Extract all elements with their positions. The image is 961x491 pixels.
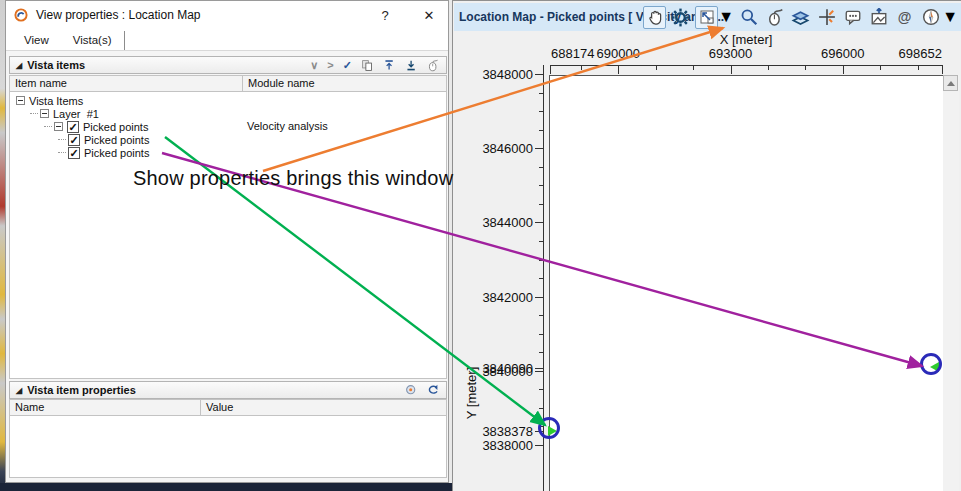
column-module-name[interactable]: Module name (243, 75, 447, 92)
y-major-tick (535, 445, 543, 446)
y-major-tick (535, 222, 543, 223)
dropdown-caret-icon[interactable]: ▼ (718, 8, 734, 26)
zoom-icon[interactable] (737, 6, 760, 29)
tree-checkbox[interactable]: ✓ (68, 134, 80, 146)
dialog-tab-bar: View Vista(s) (6, 29, 448, 51)
vista-items-tree: Vista ItemsLayer #1✓Picked pointsVelocit… (9, 92, 447, 379)
y-minor-tick (539, 315, 543, 316)
tree-item-label[interactable]: Picked points (83, 121, 148, 133)
y-tick-label: 3842000 (459, 290, 533, 305)
y-major-tick (535, 148, 543, 149)
y-special-tick-label: 3838378 (459, 424, 533, 439)
copy-icon[interactable] (361, 59, 374, 72)
tree-expander-icon[interactable] (40, 109, 49, 118)
chevron-down-icon[interactable]: ∨ (310, 60, 318, 71)
tree-row[interactable]: ✓Picked points (10, 133, 446, 146)
highlight-circle (538, 417, 560, 439)
undo-icon[interactable] (427, 384, 440, 397)
dialog-titlebar: View properties : Location Map ? ✕ (6, 1, 448, 29)
y-tick-label: 3844000 (459, 215, 533, 230)
column-name[interactable]: Name (9, 399, 201, 416)
location-map-window: Location Map - Picked points [ Velocity … (452, 0, 961, 491)
x-minor-tick (693, 65, 694, 70)
app-logo-icon (14, 8, 28, 22)
scroll-up-button[interactable] (943, 75, 958, 91)
annotation-note: Show properties brings this window (133, 167, 453, 190)
tree-row[interactable]: ✓Picked pointsVelocity analysis (10, 120, 446, 133)
tree-checkbox[interactable]: ✓ (67, 121, 79, 133)
x-minor-tick (581, 65, 582, 70)
move-to-bottom-icon[interactable] (405, 59, 418, 72)
y-minor-tick (539, 185, 543, 186)
y-tick-label: 3846000 (459, 141, 533, 156)
y-minor-tick (539, 241, 543, 242)
tab-view[interactable]: View (12, 31, 61, 50)
close-button[interactable]: ✕ (420, 8, 438, 23)
dialog-title: View properties : Location Map (36, 8, 201, 22)
layers-icon[interactable] (789, 6, 812, 29)
tree-checkbox[interactable]: ✓ (68, 147, 80, 159)
x-special-tick-label: 688174 (551, 46, 594, 61)
y-minor-tick (539, 111, 543, 112)
tree-item-label[interactable]: Picked points (84, 134, 149, 146)
check-icon[interactable]: ✓ (343, 60, 352, 71)
tree-item-label[interactable]: Vista Items (29, 95, 83, 107)
tree-row[interactable]: ✓Picked points (10, 146, 446, 159)
x-minor-tick (918, 65, 919, 70)
y-minor-tick (539, 204, 543, 205)
plot-area[interactable] (549, 75, 943, 491)
x-major-tick (843, 65, 844, 74)
comment-icon[interactable] (841, 6, 864, 29)
x-axis-title: X [meter] (720, 32, 773, 47)
vista-items-header[interactable]: ◢ Vista items ∨>✓ (9, 56, 447, 74)
y-minor-tick (539, 167, 543, 168)
x-minor-tick (880, 65, 881, 70)
y-minor-tick (539, 352, 543, 353)
export-image-icon[interactable] (867, 6, 890, 29)
tree-connector (58, 152, 66, 153)
help-button[interactable]: ? (376, 8, 394, 23)
column-value[interactable]: Value (201, 399, 447, 416)
x-special-tick (550, 65, 551, 74)
view-properties-dialog: View properties : Location Map ? ✕ View … (5, 0, 449, 483)
mouse-pick-icon[interactable] (763, 6, 786, 29)
target-icon[interactable] (405, 384, 418, 397)
y-minor-tick (539, 389, 543, 390)
pan-hand-icon[interactable] (643, 6, 666, 29)
settings-gear-icon[interactable] (669, 6, 692, 29)
vertical-scrollbar[interactable] (943, 75, 959, 491)
x-minor-tick (768, 65, 769, 70)
y-major-tick (535, 74, 543, 75)
y-major-tick (535, 371, 543, 372)
move-to-top-icon[interactable] (383, 59, 396, 72)
vista-item-properties-header[interactable]: ◢ Vista item properties (9, 381, 447, 399)
x-minor-tick (656, 65, 657, 70)
x-axis-line (550, 65, 942, 66)
vista-items-columns: Item name Module name (9, 75, 447, 92)
tree-item-label[interactable]: Picked points (84, 147, 149, 159)
chevron-right-icon[interactable]: > (327, 60, 333, 71)
tree-connector (44, 126, 52, 127)
tree-row[interactable]: Layer #1 (10, 107, 446, 120)
tab-vistas[interactable]: Vista(s) (61, 31, 125, 50)
background-window-strip (0, 483, 456, 491)
y-special-tick-label: 3840090 (459, 361, 533, 376)
y-minor-tick (539, 408, 543, 409)
y-minor-tick (539, 260, 543, 261)
x-tick-label: 690000 (597, 46, 640, 61)
vista-item-properties-title: Vista item properties (27, 384, 136, 396)
compass-icon[interactable] (919, 6, 942, 29)
at-sign-icon[interactable]: @ (893, 6, 916, 29)
tree-row[interactable]: Vista Items (10, 94, 446, 107)
up-arrow-icon (947, 81, 955, 86)
crosshair-icon[interactable] (815, 6, 838, 29)
map-toolbar: ▼@▼ (643, 4, 958, 30)
mouse-icon[interactable] (427, 59, 440, 72)
tree-item-label[interactable]: Layer #1 (53, 108, 99, 120)
y-tick-label: 3838000 (459, 438, 533, 453)
column-item-name[interactable]: Item name (9, 75, 243, 92)
dropdown-caret-icon[interactable]: ▼ (942, 8, 958, 26)
fit-view-icon[interactable] (695, 6, 718, 29)
tree-expander-icon[interactable] (54, 122, 63, 131)
tree-expander-icon[interactable] (16, 96, 25, 105)
